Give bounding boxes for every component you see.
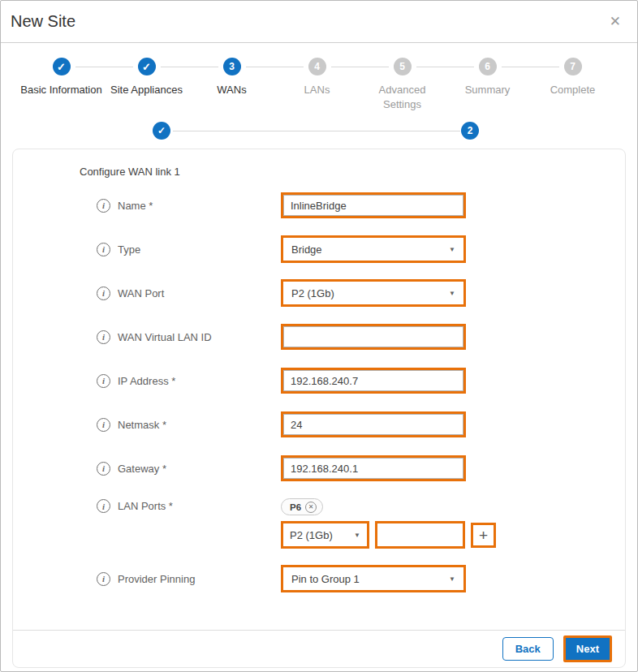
field-label: IP Address * <box>118 375 175 387</box>
step-number: 5 <box>394 58 412 75</box>
info-icon[interactable]: i <box>97 199 110 213</box>
selected-value: Pin to Group 1 <box>291 573 360 585</box>
step-label: LANs <box>276 83 359 97</box>
substep-2-current[interactable]: 2 <box>461 122 479 140</box>
wan-link-form: i Name * i Type Bridge ▼ <box>13 192 625 630</box>
chip-label: P6 <box>290 502 301 512</box>
step-advanced-settings[interactable]: 5 Advanced Settings <box>360 58 445 111</box>
substep-connector <box>173 131 460 131</box>
step-complete[interactable]: 7 Complete <box>530 58 615 111</box>
field-label: LAN Ports * <box>118 500 173 512</box>
lan-port-select[interactable]: P2 (1Gb) ▼ <box>283 523 367 546</box>
step-site-appliances[interactable]: ✓ Site Appliances <box>104 58 189 111</box>
info-icon[interactable]: i <box>97 374 110 388</box>
step-label: Advanced Settings <box>361 83 444 111</box>
field-label: WAN Virtual LAN ID <box>118 331 212 343</box>
chevron-down-icon: ▼ <box>354 532 360 539</box>
gateway-input[interactable] <box>283 458 463 479</box>
wan-vlan-id-input[interactable] <box>283 326 463 347</box>
field-label: Name * <box>118 200 153 212</box>
selected-value: P2 (1Gb) <box>291 287 334 299</box>
field-label: Gateway * <box>118 463 166 475</box>
lan-port-chip-p6: P6 ✕ <box>281 498 323 515</box>
dialog-header: New Site ✕ <box>1 1 637 43</box>
step-wans[interactable]: 3 WANs <box>189 58 274 111</box>
next-button[interactable]: Next <box>566 638 610 660</box>
type-select[interactable]: Bridge ▼ <box>283 238 463 261</box>
provider-pinning-select[interactable]: Pin to Group 1 ▼ <box>283 567 463 590</box>
step-label: Site Appliances <box>106 83 188 97</box>
field-row-name: i Name * <box>13 192 625 219</box>
name-input[interactable] <box>283 195 463 216</box>
field-row-gateway: i Gateway * <box>13 454 625 482</box>
step-number: 3 <box>223 58 241 75</box>
step-label: Summary <box>446 83 529 97</box>
step-number: 4 <box>308 58 326 75</box>
wizard-stepper: ✓ Basic Information ✓ Site Appliances 3 … <box>1 43 637 111</box>
chevron-down-icon: ▼ <box>449 290 455 297</box>
wan-config-panel: Configure WAN link 1 i Name * i Type <box>12 149 626 668</box>
selected-value: P2 (1Gb) <box>290 529 333 541</box>
info-icon[interactable]: i <box>97 462 110 476</box>
step-basic-information[interactable]: ✓ Basic Information <box>19 58 104 111</box>
step-lans[interactable]: 4 LANs <box>274 58 360 111</box>
step-summary[interactable]: 6 Summary <box>445 58 530 111</box>
step-check-icon: ✓ <box>138 58 156 75</box>
new-site-dialog: New Site ✕ ✓ Basic Information ✓ Site Ap… <box>0 0 638 672</box>
info-icon[interactable]: i <box>97 243 110 256</box>
netmask-input[interactable] <box>283 414 463 435</box>
step-number: 7 <box>564 58 582 75</box>
info-icon[interactable]: i <box>97 499 110 513</box>
wan-port-select[interactable]: P2 (1Gb) ▼ <box>283 282 463 304</box>
field-row-ip-address: i IP Address * <box>13 367 625 394</box>
step-check-icon: ✓ <box>53 58 71 75</box>
field-row-netmask: i Netmask * <box>13 411 625 438</box>
add-lan-port-button[interactable]: + <box>473 525 494 545</box>
step-label: Complete <box>532 83 614 97</box>
substep-1-done[interactable]: ✓ <box>153 122 170 140</box>
field-label: Type <box>118 243 140 256</box>
field-row-wan-vlan-id: i WAN Virtual LAN ID <box>13 323 625 351</box>
dialog-footer: Back Next <box>13 630 625 667</box>
page-title: New Site <box>11 12 75 31</box>
back-button[interactable]: Back <box>502 637 554 661</box>
ip-address-input[interactable] <box>283 370 463 391</box>
field-label: Netmask * <box>118 419 166 431</box>
chevron-down-icon: ▼ <box>449 575 455 583</box>
field-row-provider-pinning: i Provider Pinning Pin to Group 1 ▼ <box>13 565 625 592</box>
field-row-type: i Type Bridge ▼ <box>13 235 625 263</box>
field-label: WAN Port <box>118 287 164 299</box>
section-title: Configure WAN link 1 <box>80 166 625 178</box>
step-label: Basic Information <box>20 83 103 97</box>
field-row-lan-ports: i LAN Ports * P6 ✕ P2 (1Gb) <box>13 498 625 549</box>
wan-link-substepper: ✓ 2 <box>1 118 637 147</box>
field-label: Provider Pinning <box>118 573 195 585</box>
step-label: WANs <box>191 83 274 97</box>
close-icon[interactable]: ✕ <box>610 15 621 28</box>
selected-value: Bridge <box>291 243 322 256</box>
info-icon[interactable]: i <box>97 330 110 344</box>
chevron-down-icon: ▼ <box>449 246 455 253</box>
lan-port-vlan-input[interactable] <box>377 523 463 546</box>
field-row-wan-port: i WAN Port P2 (1Gb) ▼ <box>13 279 625 307</box>
chip-remove-icon[interactable]: ✕ <box>305 502 317 513</box>
info-icon[interactable]: i <box>97 418 110 432</box>
info-icon[interactable]: i <box>97 286 110 300</box>
info-icon[interactable]: i <box>97 572 110 586</box>
step-number: 6 <box>479 58 497 75</box>
